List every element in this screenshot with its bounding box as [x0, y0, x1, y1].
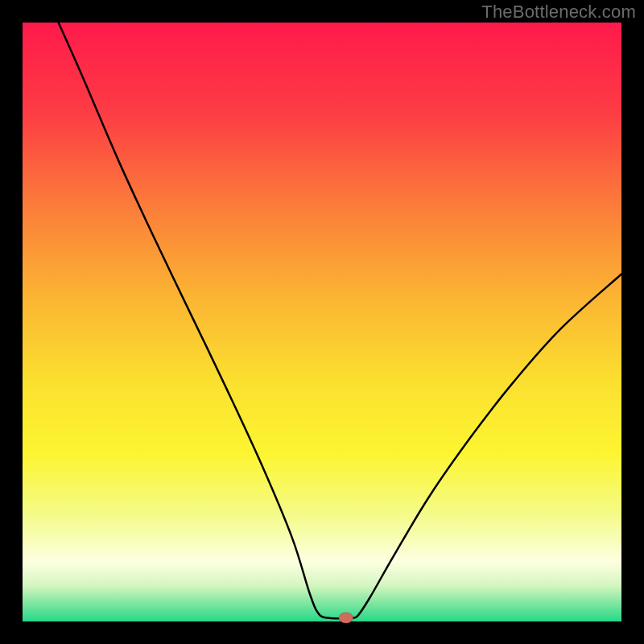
chart-canvas: [0, 0, 644, 644]
plot-area: [23, 23, 621, 621]
bottleneck-chart: TheBottleneck.com: [0, 0, 644, 644]
attribution-label: TheBottleneck.com: [481, 2, 636, 23]
optimal-point-marker: [339, 613, 353, 623]
